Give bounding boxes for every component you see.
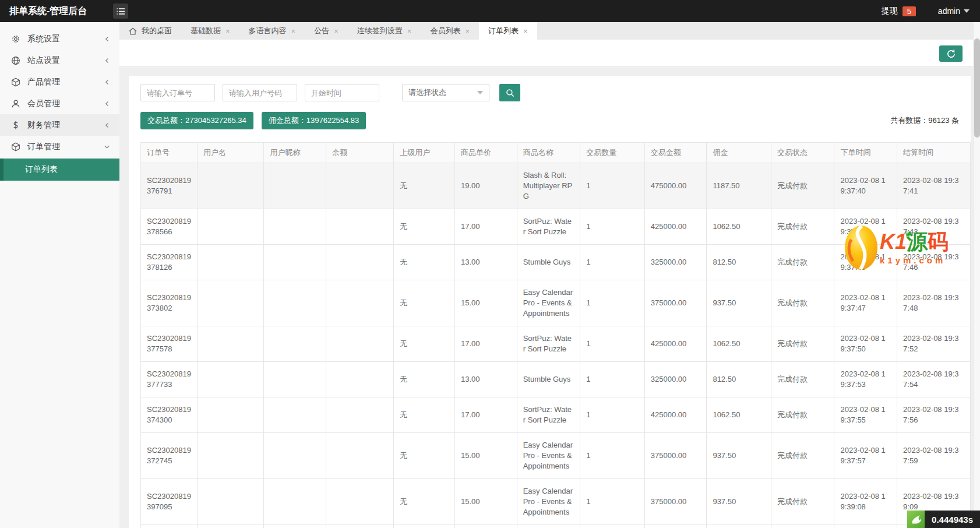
user-no-input[interactable] bbox=[223, 84, 297, 101]
table-cell bbox=[455, 525, 517, 528]
close-icon[interactable]: × bbox=[465, 27, 470, 35]
scrollbar-thumb[interactable] bbox=[974, 38, 980, 138]
sidebar-toggle-button[interactable] bbox=[113, 3, 128, 19]
dollar-icon bbox=[10, 120, 20, 130]
close-icon[interactable]: × bbox=[291, 27, 296, 35]
table-cell: 完成付款 bbox=[771, 433, 834, 479]
column-header: 佣金 bbox=[707, 143, 771, 163]
table-cell: SC23020819374300 bbox=[141, 397, 198, 433]
total-count-label: 共有数据： bbox=[890, 116, 928, 125]
tab-2[interactable]: 多语言内容× bbox=[239, 22, 305, 40]
start-time-input[interactable] bbox=[305, 84, 379, 101]
column-header: 用户名 bbox=[198, 143, 264, 163]
status-select[interactable]: 请选择状态 bbox=[402, 84, 489, 101]
table-cell: SC23020819372745 bbox=[141, 433, 198, 479]
sidebar-item-1[interactable]: 站点设置 bbox=[0, 50, 119, 71]
table-cell: 2023-02-08 19:37:50 bbox=[834, 326, 897, 362]
close-icon[interactable]: × bbox=[334, 27, 339, 35]
status-select-value: 请选择状态 bbox=[408, 87, 446, 98]
table-cell: 937.50 bbox=[707, 479, 771, 525]
sidebar-item-0[interactable]: 系统设置 bbox=[0, 28, 119, 50]
table-cell: 2023-02-08 19:37:43 bbox=[897, 209, 971, 245]
sidebar-item-order-list[interactable]: 订单列表 bbox=[0, 159, 119, 181]
column-header: 交易金额 bbox=[644, 143, 707, 163]
page-scrollbar bbox=[973, 22, 980, 528]
table-cell bbox=[771, 525, 834, 528]
orders-table: 订单号用户名用户昵称余额上级用户商品单价商品名称交易数量交易金额佣金交易状态下单… bbox=[140, 142, 971, 528]
close-icon[interactable]: × bbox=[225, 27, 230, 35]
summary-row: 交易总额：273045327265.34 佣金总额：1397622554.83 … bbox=[129, 101, 971, 129]
table-cell: 1 bbox=[580, 479, 644, 525]
table-cell: 2023-02-08 19:37:52 bbox=[897, 326, 971, 362]
table-row: SC23020819372745无15.00Easy Calendar Pro … bbox=[141, 433, 971, 479]
search-button[interactable] bbox=[499, 84, 520, 101]
tab-label: 公告 bbox=[314, 26, 329, 36]
table-row: SC23020819377578无17.00SortPuz: Water Sor… bbox=[141, 326, 971, 362]
tab-label: 订单列表 bbox=[488, 26, 519, 36]
table-row: SC23020819378566无17.00SortPuz: Water Sor… bbox=[141, 209, 971, 245]
table-cell: 2023-02-08 19:37:48 bbox=[897, 280, 971, 326]
table-cell: 完成付款 bbox=[771, 163, 834, 209]
table-cell: 2023-02-08 19:37:40 bbox=[834, 163, 897, 209]
table-cell: 1 bbox=[580, 397, 644, 433]
column-header: 下单时间 bbox=[834, 143, 897, 163]
tab-label: 基础数据 bbox=[191, 26, 221, 36]
table-cell: 375000.00 bbox=[644, 479, 707, 525]
table-cell bbox=[198, 479, 264, 525]
tab-5[interactable]: 会员列表× bbox=[421, 22, 479, 40]
filter-row: 请选择状态 bbox=[129, 76, 971, 101]
sidebar-item-label: 产品管理 bbox=[27, 77, 104, 87]
table-cell: SortPuz: Water Sort Puzzle bbox=[517, 326, 580, 362]
table-cell bbox=[264, 525, 326, 528]
order-no-input[interactable] bbox=[140, 84, 215, 101]
sidebar-item-2[interactable]: 产品管理 bbox=[0, 71, 119, 93]
table-cell: Stumble Guys bbox=[517, 362, 580, 397]
refresh-button[interactable] bbox=[939, 45, 963, 62]
search-icon bbox=[506, 89, 514, 97]
table-cell bbox=[198, 245, 264, 280]
sidebar-item-5[interactable]: 订单管理 bbox=[0, 136, 119, 157]
user-menu[interactable]: admin bbox=[938, 6, 970, 16]
table-cell: Slash & Roll: Multiplayer RPG bbox=[517, 525, 580, 528]
trade-total-value: 273045327265.34 bbox=[185, 116, 246, 125]
sidebar-item-3[interactable]: 会员管理 bbox=[0, 93, 119, 114]
table-cell: Slash & Roll: Multiplayer RPG bbox=[517, 163, 580, 209]
table-cell: 完成付款 bbox=[771, 245, 834, 280]
toolbar-band bbox=[119, 40, 980, 67]
chevron-left-icon bbox=[104, 122, 110, 128]
close-icon[interactable]: × bbox=[523, 27, 528, 35]
tab-0[interactable]: 我的桌面 bbox=[119, 22, 181, 40]
home-icon bbox=[129, 27, 137, 35]
commission-total-label: 佣金总额： bbox=[269, 116, 306, 125]
sidebar: 系统设置站点设置产品管理会员管理财务管理订单管理 订单列表 bbox=[0, 22, 119, 528]
debug-trace-badge[interactable]: 0.444943s bbox=[907, 511, 980, 528]
sidebar-item-4[interactable]: 财务管理 bbox=[0, 114, 119, 136]
table-cell bbox=[644, 525, 707, 528]
table-cell: 425000.00 bbox=[644, 209, 707, 245]
table-cell: 812.50 bbox=[707, 362, 771, 397]
table-cell bbox=[264, 326, 326, 362]
table-cell: SC23020819397095 bbox=[141, 479, 198, 525]
table-cell: 1062.50 bbox=[707, 326, 771, 362]
chevron-down-icon bbox=[964, 9, 970, 13]
table-cell: 无 bbox=[394, 326, 455, 362]
tab-1[interactable]: 基础数据× bbox=[181, 22, 239, 40]
table-header-row: 订单号用户名用户昵称余额上级用户商品单价商品名称交易数量交易金额佣金交易状态下单… bbox=[141, 143, 971, 163]
table-cell bbox=[834, 525, 897, 528]
table-cell bbox=[198, 362, 264, 397]
total-count-text: 共有数据：96123 条 bbox=[890, 115, 959, 126]
tab-6[interactable]: 订单列表× bbox=[479, 22, 537, 40]
table-cell: 15.00 bbox=[455, 280, 517, 326]
column-header: 交易数量 bbox=[580, 143, 644, 163]
trade-total-badge: 交易总额：273045327265.34 bbox=[140, 112, 253, 129]
table-cell bbox=[264, 163, 326, 209]
table-cell: 2023-02-08 19:37:59 bbox=[897, 433, 971, 479]
tab-3[interactable]: 公告× bbox=[305, 22, 348, 40]
table-cell: SC23020819376791 bbox=[141, 163, 198, 209]
flame-icon bbox=[907, 511, 925, 528]
table-cell bbox=[264, 397, 326, 433]
close-icon[interactable]: × bbox=[407, 27, 412, 35]
withdraw-menu[interactable]: 提现 5 bbox=[882, 6, 916, 16]
tab-4[interactable]: 连续签到设置× bbox=[348, 22, 421, 40]
table-cell: 2023-02-08 19:37:45 bbox=[834, 245, 897, 280]
